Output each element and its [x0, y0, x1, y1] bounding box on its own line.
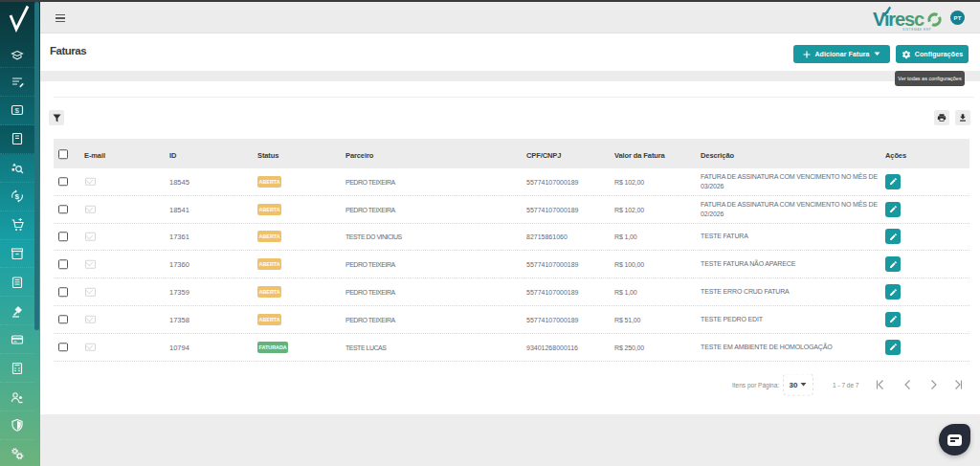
svg-text:SISTEMAS ERP: SISTEMAS ERP: [902, 28, 931, 32]
svg-text:Viresc: Viresc: [873, 9, 924, 30]
svg-text:$: $: [15, 106, 20, 115]
